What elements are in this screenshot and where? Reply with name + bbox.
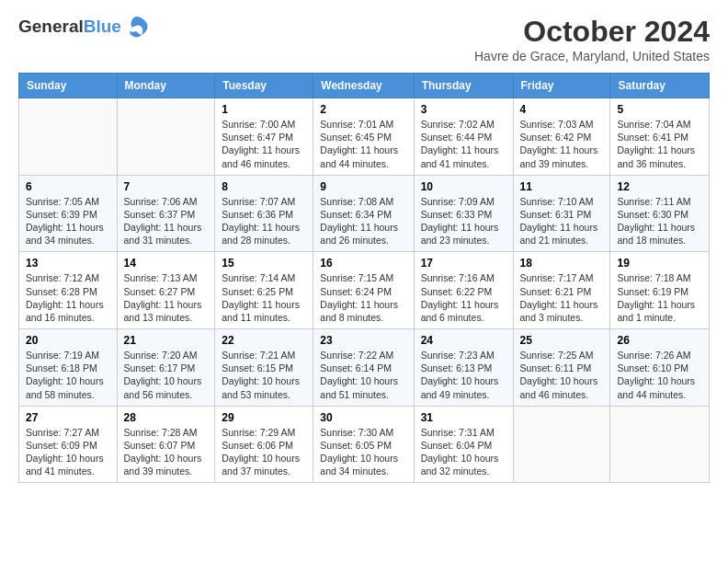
calendar-cell: 29Sunrise: 7:29 AMSunset: 6:06 PMDayligh… xyxy=(215,406,313,483)
calendar-cell: 5Sunrise: 7:04 AMSunset: 6:41 PMDaylight… xyxy=(610,98,710,176)
calendar-header-row: SundayMondayTuesdayWednesdayThursdayFrid… xyxy=(19,74,710,98)
day-detail: Sunrise: 7:02 AMSunset: 6:44 PMDaylight:… xyxy=(421,118,506,170)
weekday-header: Monday xyxy=(117,74,215,98)
calendar-cell: 20Sunrise: 7:19 AMSunset: 6:18 PMDayligh… xyxy=(19,329,118,407)
calendar-cell: 3Sunrise: 7:02 AMSunset: 6:44 PMDaylight… xyxy=(414,98,513,176)
day-number: 3 xyxy=(421,103,506,116)
calendar-cell: 2Sunrise: 7:01 AMSunset: 6:45 PMDaylight… xyxy=(313,98,414,176)
day-number: 13 xyxy=(26,257,110,270)
calendar-cell: 12Sunrise: 7:11 AMSunset: 6:30 PMDayligh… xyxy=(610,175,710,252)
day-number: 14 xyxy=(124,257,209,270)
day-number: 11 xyxy=(520,180,604,193)
day-number: 8 xyxy=(222,180,306,193)
day-detail: Sunrise: 7:08 AMSunset: 6:34 PMDaylight:… xyxy=(320,195,406,247)
day-detail: Sunrise: 7:19 AMSunset: 6:18 PMDaylight:… xyxy=(26,349,110,401)
day-number: 25 xyxy=(520,334,604,347)
calendar-cell: 24Sunrise: 7:23 AMSunset: 6:13 PMDayligh… xyxy=(414,329,513,407)
calendar-cell: 27Sunrise: 7:27 AMSunset: 6:09 PMDayligh… xyxy=(19,406,118,483)
day-number: 24 xyxy=(421,334,506,347)
day-detail: Sunrise: 7:14 AMSunset: 6:25 PMDaylight:… xyxy=(222,271,306,324)
logo-icon xyxy=(123,15,151,39)
logo-text: GeneralBlue xyxy=(18,17,121,37)
day-number: 28 xyxy=(124,411,209,424)
weekday-header: Thursday xyxy=(414,74,513,98)
logo: GeneralBlue xyxy=(18,15,151,39)
day-number: 22 xyxy=(222,334,306,347)
calendar-week-row: 6Sunrise: 7:05 AMSunset: 6:39 PMDaylight… xyxy=(19,175,710,252)
calendar-week-row: 1Sunrise: 7:00 AMSunset: 6:47 PMDaylight… xyxy=(19,98,710,176)
day-number: 16 xyxy=(320,257,406,270)
day-number: 17 xyxy=(421,257,506,270)
calendar-cell xyxy=(117,98,215,176)
weekday-header: Saturday xyxy=(610,74,710,98)
day-number: 2 xyxy=(320,103,406,116)
day-detail: Sunrise: 7:16 AMSunset: 6:22 PMDaylight:… xyxy=(421,271,506,324)
day-detail: Sunrise: 7:25 AMSunset: 6:11 PMDaylight:… xyxy=(520,349,604,401)
location: Havre de Grace, Maryland, United States xyxy=(474,49,710,63)
calendar-cell xyxy=(19,98,118,176)
day-number: 21 xyxy=(124,334,209,347)
calendar-cell xyxy=(610,406,710,483)
day-number: 7 xyxy=(124,180,209,193)
day-detail: Sunrise: 7:17 AMSunset: 6:21 PMDaylight:… xyxy=(520,271,604,324)
weekday-header: Tuesday xyxy=(215,74,313,98)
calendar-cell: 9Sunrise: 7:08 AMSunset: 6:34 PMDaylight… xyxy=(313,175,414,252)
calendar-cell: 30Sunrise: 7:30 AMSunset: 6:05 PMDayligh… xyxy=(313,406,414,483)
day-detail: Sunrise: 7:26 AMSunset: 6:10 PMDaylight:… xyxy=(617,349,702,401)
calendar-cell: 14Sunrise: 7:13 AMSunset: 6:27 PMDayligh… xyxy=(117,252,215,329)
calendar-cell: 16Sunrise: 7:15 AMSunset: 6:24 PMDayligh… xyxy=(313,252,414,329)
day-number: 20 xyxy=(26,334,110,347)
weekday-header: Friday xyxy=(513,74,610,98)
day-number: 15 xyxy=(222,257,306,270)
calendar-cell: 15Sunrise: 7:14 AMSunset: 6:25 PMDayligh… xyxy=(215,252,313,329)
day-detail: Sunrise: 7:13 AMSunset: 6:27 PMDaylight:… xyxy=(124,271,209,324)
day-number: 6 xyxy=(26,180,110,193)
calendar-cell: 13Sunrise: 7:12 AMSunset: 6:28 PMDayligh… xyxy=(19,252,118,329)
calendar-cell: 8Sunrise: 7:07 AMSunset: 6:36 PMDaylight… xyxy=(215,175,313,252)
day-number: 27 xyxy=(26,411,110,424)
header: GeneralBlue October 2024 Havre de Grace,… xyxy=(18,15,710,63)
day-detail: Sunrise: 7:11 AMSunset: 6:30 PMDaylight:… xyxy=(617,195,702,247)
day-detail: Sunrise: 7:15 AMSunset: 6:24 PMDaylight:… xyxy=(320,271,406,324)
calendar-cell: 23Sunrise: 7:22 AMSunset: 6:14 PMDayligh… xyxy=(313,329,414,407)
day-number: 26 xyxy=(617,334,702,347)
day-detail: Sunrise: 7:23 AMSunset: 6:13 PMDaylight:… xyxy=(421,349,506,401)
day-detail: Sunrise: 7:18 AMSunset: 6:19 PMDaylight:… xyxy=(617,271,702,324)
day-detail: Sunrise: 7:22 AMSunset: 6:14 PMDaylight:… xyxy=(320,349,406,401)
calendar-week-row: 20Sunrise: 7:19 AMSunset: 6:18 PMDayligh… xyxy=(19,329,710,407)
day-detail: Sunrise: 7:03 AMSunset: 6:42 PMDaylight:… xyxy=(520,118,604,170)
calendar-week-row: 13Sunrise: 7:12 AMSunset: 6:28 PMDayligh… xyxy=(19,252,710,329)
title-block: October 2024 Havre de Grace, Maryland, U… xyxy=(474,15,710,63)
day-detail: Sunrise: 7:00 AMSunset: 6:47 PMDaylight:… xyxy=(222,118,306,170)
calendar-week-row: 27Sunrise: 7:27 AMSunset: 6:09 PMDayligh… xyxy=(19,406,710,483)
day-detail: Sunrise: 7:27 AMSunset: 6:09 PMDaylight:… xyxy=(26,426,110,478)
day-detail: Sunrise: 7:07 AMSunset: 6:36 PMDaylight:… xyxy=(222,195,306,247)
day-number: 9 xyxy=(320,180,406,193)
day-detail: Sunrise: 7:21 AMSunset: 6:15 PMDaylight:… xyxy=(222,349,306,401)
calendar-cell: 7Sunrise: 7:06 AMSunset: 6:37 PMDaylight… xyxy=(117,175,215,252)
calendar-cell: 17Sunrise: 7:16 AMSunset: 6:22 PMDayligh… xyxy=(414,252,513,329)
day-number: 30 xyxy=(320,411,406,424)
day-number: 10 xyxy=(421,180,506,193)
day-number: 12 xyxy=(617,180,702,193)
calendar-cell: 4Sunrise: 7:03 AMSunset: 6:42 PMDaylight… xyxy=(513,98,610,176)
day-detail: Sunrise: 7:31 AMSunset: 6:04 PMDaylight:… xyxy=(421,426,506,478)
month-title: October 2024 xyxy=(474,15,710,49)
day-number: 19 xyxy=(617,257,702,270)
calendar-cell: 6Sunrise: 7:05 AMSunset: 6:39 PMDaylight… xyxy=(19,175,118,252)
calendar-cell: 22Sunrise: 7:21 AMSunset: 6:15 PMDayligh… xyxy=(215,329,313,407)
calendar-cell: 11Sunrise: 7:10 AMSunset: 6:31 PMDayligh… xyxy=(513,175,610,252)
day-detail: Sunrise: 7:12 AMSunset: 6:28 PMDaylight:… xyxy=(26,271,110,324)
day-detail: Sunrise: 7:10 AMSunset: 6:31 PMDaylight:… xyxy=(520,195,604,247)
calendar-cell: 18Sunrise: 7:17 AMSunset: 6:21 PMDayligh… xyxy=(513,252,610,329)
calendar-cell xyxy=(513,406,610,483)
calendar-cell: 21Sunrise: 7:20 AMSunset: 6:17 PMDayligh… xyxy=(117,329,215,407)
day-detail: Sunrise: 7:04 AMSunset: 6:41 PMDaylight:… xyxy=(617,118,702,170)
calendar-cell: 19Sunrise: 7:18 AMSunset: 6:19 PMDayligh… xyxy=(610,252,710,329)
day-detail: Sunrise: 7:01 AMSunset: 6:45 PMDaylight:… xyxy=(320,118,406,170)
day-number: 23 xyxy=(320,334,406,347)
calendar-cell: 28Sunrise: 7:28 AMSunset: 6:07 PMDayligh… xyxy=(117,406,215,483)
day-detail: Sunrise: 7:09 AMSunset: 6:33 PMDaylight:… xyxy=(421,195,506,247)
day-detail: Sunrise: 7:20 AMSunset: 6:17 PMDaylight:… xyxy=(124,349,209,401)
day-number: 1 xyxy=(222,103,306,116)
